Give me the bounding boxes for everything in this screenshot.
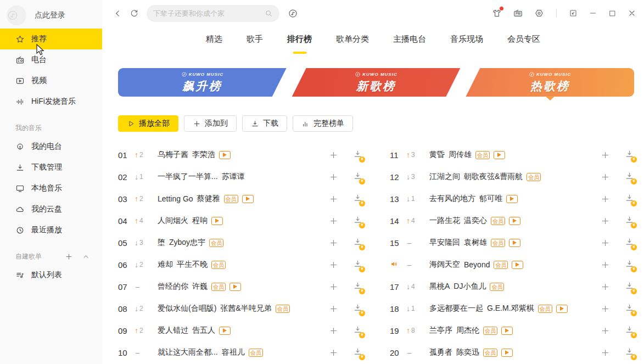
- song-artist[interactable]: 周杰伦: [456, 326, 479, 335]
- sidebar-item-我的电台[interactable]: 我的电台: [0, 136, 102, 157]
- song-row[interactable]: 01↑2乌梅子酱李荣浩¥: [118, 144, 362, 166]
- add-to-playlist-icon[interactable]: [329, 172, 338, 182]
- tab-歌手[interactable]: 歌手: [247, 34, 263, 52]
- download-song-icon[interactable]: ¥: [353, 325, 362, 337]
- sidebar-item-本地音乐[interactable]: 本地音乐: [0, 178, 102, 199]
- song-row[interactable]: 10–就让这大雨全都...容祖儿会员¥: [118, 341, 362, 363]
- song-info[interactable]: 早安隆回袁树雄会员: [429, 238, 595, 248]
- 下载-button[interactable]: 下载: [242, 115, 287, 132]
- song-info[interactable]: 一路生花温奕心会员: [429, 216, 595, 226]
- song-info[interactable]: 爱似水仙(合唱版)张茜&半吨兄弟会员: [158, 304, 323, 313]
- download-song-icon[interactable]: ¥: [625, 215, 634, 227]
- download-song-icon[interactable]: ¥: [353, 237, 362, 249]
- song-artist[interactable]: Zyboy忠宇: [169, 238, 205, 248]
- add-to-playlist-icon[interactable]: [601, 238, 610, 248]
- add-to-playlist-icon[interactable]: [329, 282, 338, 292]
- download-song-icon[interactable]: ¥: [625, 325, 634, 337]
- add-to-playlist-icon[interactable]: [601, 260, 610, 270]
- song-row[interactable]: 11↑3黄昏周传雄会员¥: [390, 144, 634, 166]
- mv-badge[interactable]: [211, 217, 223, 225]
- song-row[interactable]: 05↓3堕Zyboy忠宇会员¥: [118, 232, 362, 254]
- sidebar-item-推荐[interactable]: 推荐: [0, 29, 102, 49]
- song-info[interactable]: 就让这大雨全都...容祖儿会员: [158, 348, 323, 357]
- song-artist[interactable]: 温奕心: [464, 216, 487, 226]
- song-artist[interactable]: DJ小鱼儿: [453, 282, 486, 292]
- song-row[interactable]: 12↓3江湖之间朝歌夜弦&曹雨航会员¥: [390, 166, 634, 188]
- song-info[interactable]: 去有风的地方郁可唯: [429, 194, 595, 204]
- add-to-playlist-icon[interactable]: [601, 304, 610, 313]
- sidebar-item-下载管理[interactable]: 下载管理: [0, 157, 102, 178]
- song-row[interactable]: 02↓1一半疯了一半算...苏谭谭¥: [118, 166, 362, 188]
- 播放全部-button[interactable]: 播放全部: [118, 115, 178, 132]
- song-row[interactable]: 17↓4黑桃ADJ小鱼儿会员¥: [390, 276, 634, 298]
- tab-主播电台[interactable]: 主播电台: [393, 34, 426, 52]
- add-to-playlist-icon[interactable]: [329, 216, 338, 226]
- tab-会员专区[interactable]: 会员专区: [507, 34, 540, 52]
- song-info[interactable]: 乌梅子酱李荣浩: [158, 150, 323, 160]
- download-song-icon[interactable]: ¥: [353, 259, 362, 271]
- song-row[interactable]: 14↑4一路生花温奕心会员¥: [390, 210, 634, 232]
- mv-badge[interactable]: [556, 305, 568, 313]
- music-recognition-icon[interactable]: [288, 8, 298, 19]
- song-artist[interactable]: 李荣浩: [192, 150, 215, 160]
- add-to-playlist-icon[interactable]: [601, 194, 610, 204]
- banner-热歌榜[interactable]: KUWO MUSIC热歌榜: [466, 68, 634, 97]
- download-song-icon[interactable]: ¥: [625, 193, 634, 205]
- add-to-playlist-icon[interactable]: [601, 216, 610, 226]
- mv-badge[interactable]: [501, 349, 513, 357]
- song-artist[interactable]: G.E.M.邓紫棋: [487, 304, 534, 313]
- download-song-icon[interactable]: ¥: [353, 303, 362, 315]
- download-song-icon[interactable]: ¥: [353, 171, 362, 183]
- song-row[interactable]: 03↑2Letting Go蔡健雅会员¥: [118, 188, 362, 210]
- song-row[interactable]: 07–曾经的你许巍会员¥: [118, 276, 362, 298]
- download-song-icon[interactable]: ¥: [625, 303, 634, 315]
- search-box[interactable]: [147, 5, 279, 22]
- search-input[interactable]: [153, 9, 260, 18]
- add-to-playlist-icon[interactable]: [329, 238, 338, 248]
- song-row[interactable]: 19↑8兰亭序周杰伦会员¥: [390, 320, 634, 341]
- song-row[interactable]: 08↓2爱似水仙(合唱版)张茜&半吨兄弟会员¥: [118, 298, 362, 320]
- song-row[interactable]: –海阔天空Beyond会员¥: [390, 254, 634, 276]
- sidebar-item-默认列表[interactable]: 默认列表: [0, 265, 102, 285]
- download-song-icon[interactable]: ¥: [625, 281, 634, 293]
- minimize-icon[interactable]: [589, 9, 597, 18]
- song-info[interactable]: Letting Go蔡健雅会员: [158, 194, 323, 204]
- maximize-icon[interactable]: [608, 9, 617, 18]
- download-song-icon[interactable]: ¥: [353, 215, 362, 227]
- download-song-icon[interactable]: ¥: [353, 149, 362, 161]
- song-info[interactable]: 曾经的你许巍会员: [158, 282, 323, 292]
- song-info[interactable]: 兰亭序周杰伦会员: [429, 326, 595, 335]
- add-to-playlist-icon[interactable]: [329, 194, 338, 204]
- song-info[interactable]: 江湖之间朝歌夜弦&曹雨航会员: [429, 172, 595, 182]
- song-artist[interactable]: 苏谭谭: [222, 172, 245, 182]
- download-song-icon[interactable]: ¥: [625, 259, 634, 271]
- tab-歌单分类[interactable]: 歌单分类: [336, 34, 369, 52]
- sidebar-item-电台[interactable]: 电台: [0, 49, 102, 70]
- sidebar-item-最近播放[interactable]: 最近播放: [0, 220, 102, 240]
- song-info[interactable]: 堕Zyboy忠宇会员: [158, 238, 323, 248]
- song-artist[interactable]: 袁树雄: [464, 238, 487, 248]
- tab-精选[interactable]: 精选: [206, 34, 222, 52]
- song-info[interactable]: 黄昏周传雄会员: [429, 150, 595, 160]
- download-song-icon[interactable]: ¥: [353, 193, 362, 205]
- mv-badge[interactable]: [512, 261, 523, 269]
- download-song-icon[interactable]: ¥: [625, 237, 634, 249]
- song-info[interactable]: 一半疯了一半算...苏谭谭: [158, 172, 323, 182]
- add-to-playlist-icon[interactable]: [601, 150, 610, 160]
- mv-badge[interactable]: [242, 195, 254, 203]
- song-artist[interactable]: 容祖儿: [222, 348, 245, 357]
- song-artist[interactable]: 告五人: [192, 326, 215, 335]
- song-artist[interactable]: Beyond: [464, 260, 490, 269]
- song-row[interactable]: 18↓1多远都要在一起G.E.M.邓紫棋会员¥: [390, 298, 634, 320]
- mv-badge[interactable]: [219, 151, 231, 159]
- add-to-playlist-icon[interactable]: [329, 304, 338, 313]
- refresh-icon[interactable]: [130, 9, 139, 18]
- song-info[interactable]: 人间烟火程响: [158, 216, 323, 226]
- song-info[interactable]: 黑桃ADJ小鱼儿会员: [429, 282, 595, 292]
- song-info[interactable]: 难却平生不晚会员: [158, 260, 323, 270]
- collapse-icon[interactable]: [82, 253, 90, 261]
- mv-badge[interactable]: [506, 195, 518, 203]
- mv-badge[interactable]: [494, 151, 505, 159]
- search-icon[interactable]: [265, 9, 273, 18]
- fm-icon[interactable]: FM: [513, 8, 523, 19]
